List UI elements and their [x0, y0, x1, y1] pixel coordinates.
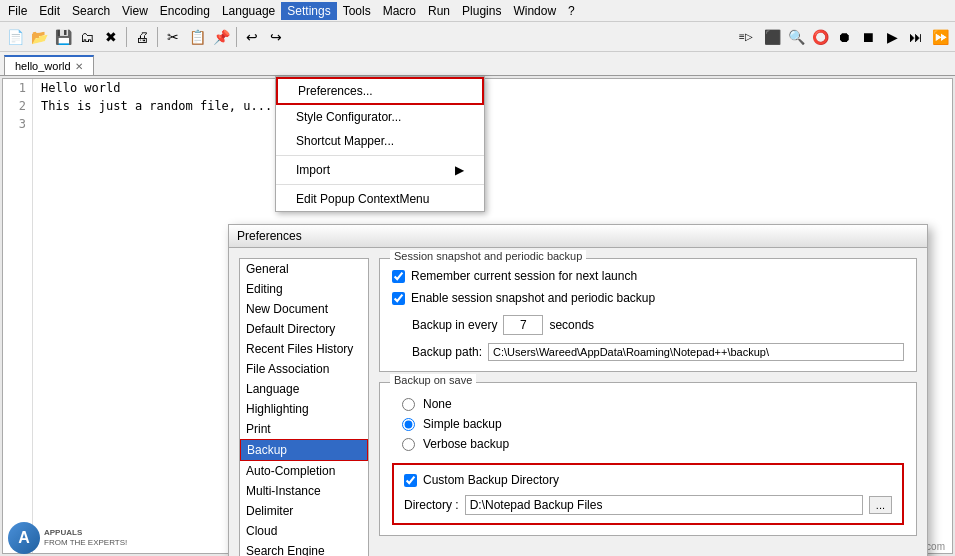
- custom-backup-section: Custom Backup Directory Directory : ...: [392, 463, 904, 525]
- menu-settings[interactable]: Settings: [281, 2, 336, 20]
- pref-nav-print[interactable]: Print: [240, 419, 368, 439]
- menu-macro[interactable]: Macro: [377, 2, 422, 20]
- toolbar-close[interactable]: ✖: [100, 26, 122, 48]
- menu-search[interactable]: Search: [66, 2, 116, 20]
- menu-tools[interactable]: Tools: [337, 2, 377, 20]
- radio-group: None Simple backup Verbose backup: [392, 393, 904, 459]
- toolbar-r7[interactable]: ▶: [881, 26, 903, 48]
- toolbar-new[interactable]: 📄: [4, 26, 26, 48]
- menu-preferences[interactable]: Preferences...: [276, 77, 484, 105]
- toolbar-undo[interactable]: ↩: [241, 26, 263, 48]
- toolbar-r1[interactable]: ≡▷: [733, 26, 759, 48]
- pref-nav-new-document[interactable]: New Document: [240, 299, 368, 319]
- radio-none-label: None: [423, 397, 452, 411]
- toolbar-r5[interactable]: ⏺: [833, 26, 855, 48]
- dialog-body: General Editing New Document Default Dir…: [229, 248, 927, 556]
- pref-nav-cloud[interactable]: Cloud: [240, 521, 368, 541]
- menu-sep: [276, 155, 484, 156]
- radio-simple[interactable]: [402, 418, 415, 431]
- toolbar-r2[interactable]: ⬛: [761, 26, 783, 48]
- toolbar-r8[interactable]: ⏭: [905, 26, 927, 48]
- remember-session-label: Remember current session for next launch: [411, 269, 637, 283]
- toolbar-sep-3: [236, 27, 237, 47]
- pref-content: Session snapshot and periodic backup Rem…: [379, 258, 917, 556]
- pref-nav-editing[interactable]: Editing: [240, 279, 368, 299]
- pref-nav-backup[interactable]: Backup: [240, 439, 368, 461]
- logo-area: A APPUALSFROM THE EXPERTS!: [8, 522, 127, 554]
- menu-help[interactable]: ?: [562, 2, 581, 20]
- pref-nav-default-directory[interactable]: Default Directory: [240, 319, 368, 339]
- tab-label: hello_world: [15, 60, 71, 72]
- menu-import[interactable]: Import ▶: [276, 158, 484, 182]
- pref-nav-language[interactable]: Language: [240, 379, 368, 399]
- remember-session-row: Remember current session for next launch: [392, 269, 904, 283]
- menu-run[interactable]: Run: [422, 2, 456, 20]
- backup-interval-row: Backup in every seconds: [392, 315, 904, 335]
- directory-label: Directory :: [404, 498, 459, 512]
- pref-nav-highlighting[interactable]: Highlighting: [240, 399, 368, 419]
- toolbar-copy[interactable]: 📋: [186, 26, 208, 48]
- dialog-title: Preferences: [237, 229, 302, 243]
- menu-edit[interactable]: Edit: [33, 2, 66, 20]
- toolbar-open[interactable]: 📂: [28, 26, 50, 48]
- logo-icon: A: [8, 522, 40, 554]
- menu-encoding[interactable]: Encoding: [154, 2, 216, 20]
- radio-none-row: None: [402, 397, 894, 411]
- session-section-title: Session snapshot and periodic backup: [390, 250, 586, 262]
- toolbar-r3[interactable]: 🔍: [785, 26, 807, 48]
- preferences-dialog: Preferences General Editing New Document…: [228, 224, 928, 556]
- tab-hello-world[interactable]: hello_world ✕: [4, 55, 94, 75]
- backup-path-input[interactable]: [488, 343, 904, 361]
- directory-row: Directory : ...: [404, 495, 892, 515]
- logo-text: APPUALSFROM THE EXPERTS!: [44, 528, 127, 549]
- backup-every-label: Backup in every: [412, 318, 497, 332]
- toolbar-r9[interactable]: ⏩: [929, 26, 951, 48]
- backup-path-row: Backup path:: [392, 343, 904, 361]
- line-numbers: 1 2 3: [3, 79, 33, 553]
- enable-snapshot-checkbox[interactable]: [392, 292, 405, 305]
- pref-nav-recent-files[interactable]: Recent Files History: [240, 339, 368, 359]
- toolbar-r6[interactable]: ⏹: [857, 26, 879, 48]
- tabbar: hello_world ✕: [0, 52, 955, 76]
- radio-verbose-label: Verbose backup: [423, 437, 509, 451]
- radio-verbose[interactable]: [402, 438, 415, 451]
- pref-nav-auto-completion[interactable]: Auto-Completion: [240, 461, 368, 481]
- pref-nav-list: General Editing New Document Default Dir…: [239, 258, 369, 556]
- pref-nav-general[interactable]: General: [240, 259, 368, 279]
- pref-nav-delimiter[interactable]: Delimiter: [240, 501, 368, 521]
- settings-dropdown: Preferences... Style Configurator... Sho…: [275, 76, 485, 212]
- backup-path-label: Backup path:: [412, 345, 482, 359]
- menu-plugins[interactable]: Plugins: [456, 2, 507, 20]
- pref-nav-file-association[interactable]: File Association: [240, 359, 368, 379]
- backup-interval-input[interactable]: [503, 315, 543, 335]
- backup-on-save-title: Backup on save: [390, 374, 476, 386]
- toolbar-save[interactable]: 💾: [52, 26, 74, 48]
- toolbar-sep-2: [157, 27, 158, 47]
- enable-snapshot-row: Enable session snapshot and periodic bac…: [392, 291, 904, 305]
- menu-view[interactable]: View: [116, 2, 154, 20]
- seconds-label: seconds: [549, 318, 594, 332]
- menu-language[interactable]: Language: [216, 2, 281, 20]
- toolbar-save-all[interactable]: 🗂: [76, 26, 98, 48]
- toolbar-paste[interactable]: 📌: [210, 26, 232, 48]
- custom-backup-checkbox[interactable]: [404, 474, 417, 487]
- menu-window[interactable]: Window: [507, 2, 562, 20]
- toolbar-r4[interactable]: ⭕: [809, 26, 831, 48]
- browse-button[interactable]: ...: [869, 496, 892, 514]
- radio-none[interactable]: [402, 398, 415, 411]
- toolbar-cut[interactable]: ✂: [162, 26, 184, 48]
- menu-edit-popup[interactable]: Edit Popup ContextMenu: [276, 187, 484, 211]
- toolbar-print[interactable]: 🖨: [131, 26, 153, 48]
- pref-nav-multi-instance[interactable]: Multi-Instance: [240, 481, 368, 501]
- radio-simple-row: Simple backup: [402, 417, 894, 431]
- directory-input[interactable]: [465, 495, 863, 515]
- tab-close-btn[interactable]: ✕: [75, 61, 83, 72]
- remember-session-checkbox[interactable]: [392, 270, 405, 283]
- pref-nav-search-engine[interactable]: Search Engine: [240, 541, 368, 556]
- menu-style-configurator[interactable]: Style Configurator...: [276, 105, 484, 129]
- toolbar-redo[interactable]: ↪: [265, 26, 287, 48]
- menu-shortcut-mapper[interactable]: Shortcut Mapper...: [276, 129, 484, 153]
- menu-sep2: [276, 184, 484, 185]
- menu-file[interactable]: File: [2, 2, 33, 20]
- toolbar: 📄 📂 💾 🗂 ✖ 🖨 ✂ 📋 📌 ↩ ↪ ≡▷ ⬛ 🔍 ⭕ ⏺ ⏹ ▶ ⏭ ⏩: [0, 22, 955, 52]
